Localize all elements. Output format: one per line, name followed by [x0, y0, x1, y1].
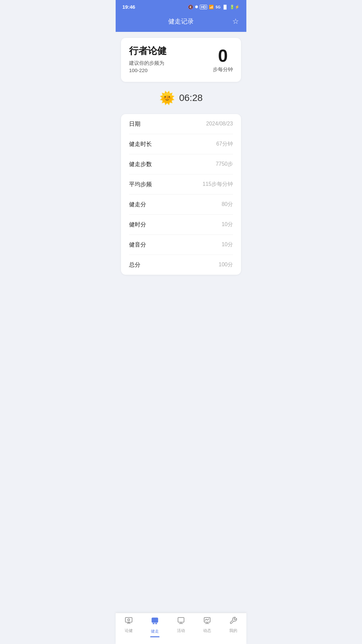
step-unit: 步每分钟 [213, 66, 233, 73]
info-card: 日期 2024/08/23 健走时长 67分钟 健走步数 7750步 平均步频 … [121, 114, 241, 275]
current-step-count: 0 [213, 47, 233, 64]
sun-icon: 🌞 [159, 91, 175, 105]
info-row-duration: 健走时长 67分钟 [129, 134, 233, 154]
top-card: 行者论健 建议你的步频为 100-220 0 步每分钟 [121, 38, 241, 82]
label-duration: 健走时长 [129, 140, 152, 148]
mute-icon: 🔇 [188, 5, 193, 9]
app-title: 行者论健 [129, 45, 167, 57]
top-card-right: 0 步每分钟 [213, 47, 233, 73]
time-row: 🌞 06:28 [121, 88, 241, 108]
label-total-score: 总分 [129, 261, 140, 269]
header: 健走记录 ☆ [116, 12, 246, 32]
value-total-score: 100分 [219, 261, 233, 268]
info-row-time-score: 健时分 10分 [129, 215, 233, 235]
hd-icon: HD [200, 5, 207, 9]
label-music-score: 健音分 [129, 241, 146, 249]
value-time-score: 10分 [222, 221, 233, 228]
battery-icon: 🔋⚡ [230, 5, 240, 9]
info-row-walk-score: 健走分 80分 [129, 195, 233, 215]
step-freq-hint: 建议你的步频为 100-220 [129, 59, 167, 74]
wifi-icon: 📶 [209, 5, 214, 9]
sunrise-time: 06:28 [179, 93, 202, 103]
top-card-left: 行者论健 建议你的步频为 100-220 [129, 45, 167, 74]
star-button[interactable]: ☆ [232, 17, 239, 26]
info-row-total-score: 总分 100分 [129, 255, 233, 275]
value-duration: 67分钟 [216, 141, 233, 148]
info-row-steps: 健走步数 7750步 [129, 154, 233, 174]
status-bar: 19:46 🔇 ✱ HD 📶 5G ▐▌ 🔋⚡ [116, 0, 246, 12]
5g-icon: 5G [216, 5, 221, 9]
label-walk-score: 健走分 [129, 201, 146, 208]
value-date: 2024/08/23 [206, 121, 233, 127]
value-steps: 7750步 [216, 161, 233, 168]
value-music-score: 10分 [222, 241, 233, 248]
label-time-score: 健时分 [129, 221, 146, 228]
info-row-date: 日期 2024/08/23 [129, 114, 233, 134]
label-date: 日期 [129, 120, 140, 128]
label-avg-freq: 平均步频 [129, 180, 152, 188]
info-row-music-score: 健音分 10分 [129, 235, 233, 255]
header-title: 健走记录 [168, 17, 194, 26]
bluetooth-icon: ✱ [195, 5, 198, 9]
signal-icon: ▐▌ [222, 5, 228, 9]
status-icons: 🔇 ✱ HD 📶 5G ▐▌ 🔋⚡ [188, 5, 240, 9]
value-avg-freq: 115步每分钟 [202, 181, 233, 188]
main-content: 行者论健 建议你的步频为 100-220 0 步每分钟 🌞 06:28 日期 2… [116, 32, 246, 317]
value-walk-score: 80分 [222, 201, 233, 208]
status-time: 19:46 [122, 4, 135, 10]
label-steps: 健走步数 [129, 160, 152, 168]
info-row-avg-freq: 平均步频 115步每分钟 [129, 174, 233, 195]
